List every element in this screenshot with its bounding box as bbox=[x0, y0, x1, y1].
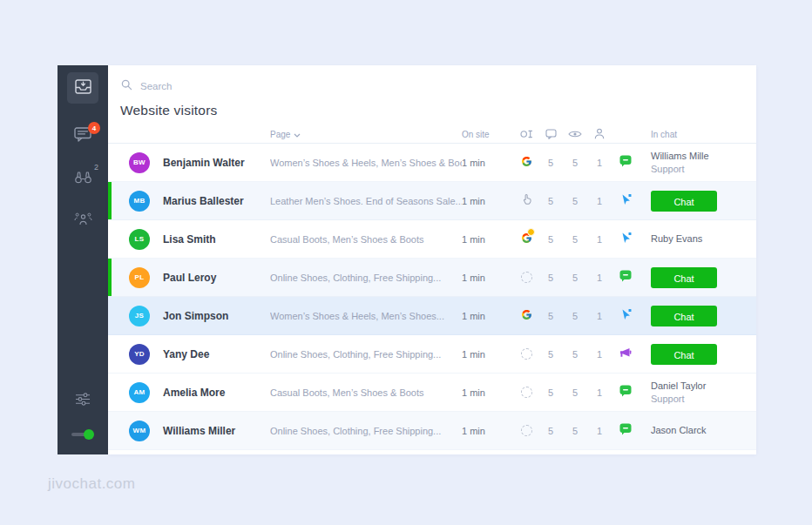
visitor-rows: BW Benjamin Walter Women’s Shoes & Heels… bbox=[108, 144, 756, 450]
chats-bubble-icon bbox=[545, 129, 557, 141]
sidebar-item-chats[interactable]: 4 bbox=[72, 128, 93, 145]
visitor-name: Yany Dee bbox=[163, 348, 209, 360]
sidebar-item-team[interactable] bbox=[72, 212, 93, 229]
avatar: BW bbox=[129, 152, 150, 173]
visitor-page: Women’s Shoes & Heels, Men’s Shoes & Boo… bbox=[270, 158, 462, 168]
google-ads-icon bbox=[521, 232, 532, 247]
ads-badge-dot bbox=[527, 228, 535, 236]
views-count: 5 bbox=[563, 234, 587, 245]
column-header-inchat[interactable]: In chat bbox=[639, 130, 756, 139]
online-status-toggle[interactable] bbox=[71, 428, 94, 441]
visitor-page: Casual Boots, Men’s Shoes & Boots bbox=[270, 387, 462, 398]
on-site-time: 1 min bbox=[462, 158, 514, 168]
column-header-onsite[interactable]: On site bbox=[462, 130, 514, 139]
avatar: JS bbox=[129, 306, 150, 326]
google-icon bbox=[521, 155, 532, 171]
chat-button[interactable]: Chat bbox=[651, 191, 717, 212]
views-eye-icon bbox=[568, 130, 582, 140]
sidebar-item-visitors[interactable]: 2 bbox=[72, 170, 93, 187]
chat-button[interactable]: Chat bbox=[651, 344, 717, 365]
column-header-source[interactable] bbox=[514, 130, 538, 140]
avatar: YD bbox=[129, 344, 150, 365]
visitor-row-benjamin-walter[interactable]: BW Benjamin Walter Women’s Shoes & Heels… bbox=[108, 144, 756, 182]
chats-count: 5 bbox=[538, 349, 563, 360]
sidebar-bottom bbox=[71, 392, 94, 454]
active-chat-indicator bbox=[108, 259, 112, 296]
chat-bubble-green-icon bbox=[619, 423, 632, 439]
visitor-row-jon-simpson[interactable]: JS Jon Simpson Women’s Shoes & Heels, Me… bbox=[108, 297, 756, 335]
chat-button[interactable]: Chat bbox=[651, 306, 717, 326]
active-chat-indicator bbox=[108, 182, 112, 219]
direct-dashed-circle-icon bbox=[521, 387, 532, 398]
visits-count: 1 bbox=[587, 158, 612, 168]
settings-sliders-icon bbox=[75, 393, 91, 409]
views-count: 5 bbox=[563, 196, 587, 206]
direct-dashed-circle-icon bbox=[521, 348, 532, 360]
on-site-time: 1 min bbox=[462, 234, 514, 245]
sidebar-item-settings[interactable] bbox=[72, 392, 93, 409]
column-header-chats[interactable] bbox=[538, 129, 563, 141]
visitor-page: Online Shoes, Clothing, Free Shipping... bbox=[270, 426, 462, 436]
chevron-down-icon bbox=[294, 130, 301, 139]
visits-count: 1 bbox=[587, 273, 612, 283]
visitor-name: Amelia More bbox=[163, 387, 225, 399]
chats-count: 5 bbox=[538, 273, 563, 283]
sidebar-item-inbox[interactable] bbox=[67, 72, 98, 104]
visits-count: 1 bbox=[587, 311, 612, 321]
visitors-binoculars-icon bbox=[74, 171, 92, 187]
visitor-name: Marius Ballester bbox=[163, 195, 244, 207]
table-header: Page On site bbox=[108, 126, 756, 144]
column-header-visitor[interactable] bbox=[587, 128, 612, 141]
search-input[interactable]: Search bbox=[108, 65, 756, 94]
column-header-views[interactable] bbox=[563, 130, 587, 140]
chat-button[interactable]: Chat bbox=[651, 267, 717, 288]
visitor-name: Williams Miller bbox=[163, 425, 235, 437]
on-site-time: 1 min bbox=[462, 311, 514, 321]
visitor-row-yany-dee[interactable]: YD Yany Dee Online Shoes, Clothing, Free… bbox=[108, 335, 756, 374]
search-icon bbox=[121, 78, 132, 94]
search-placeholder: Search bbox=[140, 81, 172, 91]
views-count: 5 bbox=[563, 311, 587, 321]
column-header-page[interactable]: Page bbox=[270, 130, 462, 139]
views-count: 5 bbox=[563, 349, 587, 360]
hand-pointer-icon bbox=[521, 192, 532, 209]
visitor-page: Online Shoes, Clothing, Free Shipping... bbox=[270, 349, 462, 360]
visitor-row-marius-ballester[interactable]: MB Marius Ballester Leather Men’s Shoes.… bbox=[108, 182, 756, 220]
cursor-blue-icon bbox=[620, 308, 632, 324]
cursor-blue-icon bbox=[620, 232, 632, 247]
visitor-page: Casual Boots, Men’s Shoes & Boots bbox=[270, 234, 462, 245]
cursor-blue-icon bbox=[620, 193, 632, 209]
on-site-time: 1 min bbox=[462, 196, 514, 206]
in-chat-team: Support bbox=[651, 393, 756, 406]
avatar: LS bbox=[129, 229, 150, 250]
visits-count: 1 bbox=[587, 387, 612, 398]
avatar: AM bbox=[129, 382, 150, 403]
visitor-name: Lisa Smith bbox=[163, 233, 216, 246]
in-chat-agent: Williams Mille bbox=[651, 150, 756, 163]
chats-count: 5 bbox=[538, 426, 563, 436]
visitor-row-williams-miller[interactable]: WM Williams Miller Online Shoes, Clothin… bbox=[108, 412, 756, 450]
brand-watermark: jivochat.com bbox=[48, 475, 135, 493]
google-icon bbox=[521, 308, 532, 324]
views-count: 5 bbox=[563, 158, 587, 168]
visitor-row-paul-leroy[interactable]: PL Paul Leroy Online Shoes, Clothing, Fr… bbox=[108, 259, 756, 297]
inbox-icon bbox=[75, 79, 91, 98]
visits-count: 1 bbox=[587, 234, 612, 245]
visitor-person-icon bbox=[594, 128, 605, 141]
in-chat-agent: Daniel Taylor bbox=[651, 380, 756, 393]
views-count: 5 bbox=[563, 387, 587, 398]
visitor-row-amelia-more[interactable]: AM Amelia More Casual Boots, Men’s Shoes… bbox=[108, 374, 756, 412]
visitor-page: Online Shoes, Clothing, Free Shipping... bbox=[270, 273, 462, 283]
on-site-time: 1 min bbox=[462, 426, 514, 436]
on-site-time: 1 min bbox=[462, 349, 514, 360]
visitor-name: Benjamin Walter bbox=[163, 157, 245, 169]
visitor-row-lisa-smith[interactable]: LS Lisa Smith Casual Boots, Men’s Shoes … bbox=[108, 220, 756, 259]
direct-dashed-circle-icon bbox=[521, 425, 532, 436]
column-inchat-label: In chat bbox=[651, 130, 677, 139]
column-page-label: Page bbox=[270, 130, 290, 139]
views-count: 5 bbox=[563, 426, 587, 436]
visitor-page: Leather Men’s Shoes. End of Seasons Sale… bbox=[270, 196, 462, 206]
chat-bubble-green-icon bbox=[619, 155, 632, 171]
visits-count: 1 bbox=[587, 426, 612, 436]
unread-chats-badge: 4 bbox=[88, 122, 100, 134]
